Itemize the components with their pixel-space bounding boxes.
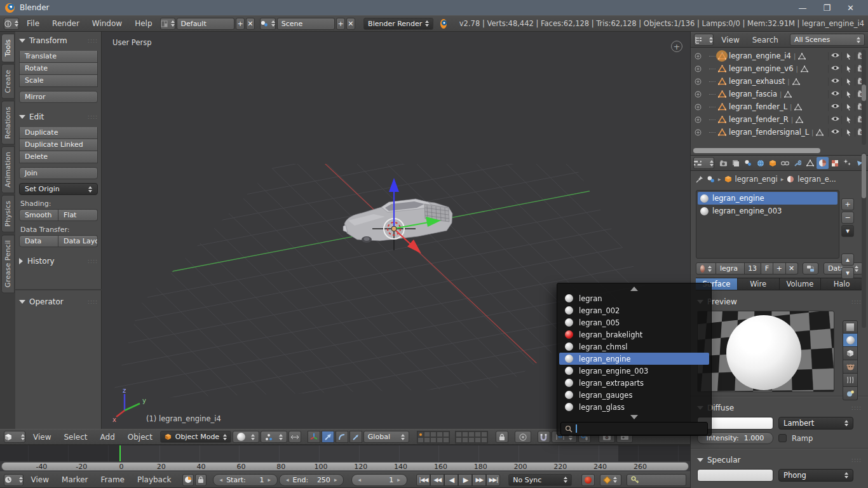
expand-icon[interactable] xyxy=(695,116,702,123)
menu-item[interactable]: File xyxy=(20,19,46,28)
manipulator-translate-toggle[interactable] xyxy=(322,431,334,443)
sync-mode-select[interactable]: No Sync xyxy=(508,474,572,486)
region-expand-icon[interactable]: + xyxy=(671,41,682,52)
browse-material-button[interactable] xyxy=(696,262,716,274)
menu-item[interactable]: Search xyxy=(746,36,785,44)
move-slot-up-button[interactable]: ▴ xyxy=(841,254,854,266)
material-popup-item[interactable]: legran_extraparts xyxy=(559,377,709,389)
frame-end-field[interactable]: ◂End: 250▸ xyxy=(279,474,344,486)
delete-layout-button[interactable]: ✕ xyxy=(246,18,255,30)
tab-particles[interactable] xyxy=(841,157,853,169)
menu-item[interactable]: Playback xyxy=(131,475,178,484)
outliner-item[interactable]: legran_fendersignal_L | xyxy=(695,126,868,139)
current-frame-field[interactable]: ◂1▸ xyxy=(351,474,407,486)
outliner-item[interactable]: legran_fender_L | xyxy=(695,100,868,113)
data-transfer-layout-button[interactable]: Data Layo xyxy=(58,235,98,247)
selectability-cursor-icon[interactable] xyxy=(841,65,855,73)
expand-icon[interactable] xyxy=(695,129,702,136)
menu-item[interactable]: Marker xyxy=(55,475,94,484)
pin-icon[interactable] xyxy=(696,175,703,183)
move-slot-down-button[interactable]: ▾ xyxy=(841,267,854,279)
restore-button[interactable]: ❐ xyxy=(823,3,831,13)
outliner-item[interactable]: legran_exhaust | xyxy=(695,75,868,88)
tab-object[interactable] xyxy=(767,157,778,169)
material-name-field[interactable]: legra xyxy=(716,262,745,274)
proportional-edit-select[interactable] xyxy=(515,431,531,443)
visibility-eye-icon[interactable] xyxy=(828,65,841,73)
ramp-checkbox[interactable] xyxy=(778,434,787,442)
current-frame-indicator[interactable] xyxy=(119,445,121,461)
layers-group-1[interactable] xyxy=(417,431,450,444)
menu-item[interactable]: Window xyxy=(86,19,128,28)
preview-hair-button[interactable] xyxy=(843,374,858,387)
expand-icon[interactable] xyxy=(695,104,702,111)
expand-icon[interactable] xyxy=(695,53,702,60)
unlink-material-button[interactable]: ✕ xyxy=(786,262,798,274)
lock-to-scene-toggle[interactable] xyxy=(496,431,508,443)
pivot-point-select[interactable] xyxy=(261,431,287,443)
transform-button[interactable]: Scale xyxy=(19,75,98,87)
tool-shelf-tab[interactable]: Grease Pencil xyxy=(1,234,15,293)
material-popup-item[interactable]: legran_engine xyxy=(559,353,709,365)
delete-scene-button[interactable]: ✕ xyxy=(346,18,355,30)
diffuse-shader-select[interactable]: Lambert xyxy=(778,417,853,430)
tab-scene[interactable] xyxy=(742,157,754,169)
add-slot-button[interactable]: + xyxy=(841,198,854,210)
history-panel-header[interactable]: History:::: xyxy=(19,255,98,268)
specular-panel-header[interactable]: Specular:::: xyxy=(691,454,868,466)
pivot-align-toggle[interactable] xyxy=(288,431,301,443)
object-name[interactable]: legran_engine_i4 xyxy=(729,51,791,60)
material-popup-item[interactable]: legran xyxy=(559,292,709,304)
data-transfer-data-button[interactable]: Data xyxy=(19,235,58,247)
edit-button[interactable]: Duplicate xyxy=(19,127,98,139)
outliner-vertical-scrollbar[interactable] xyxy=(862,50,866,145)
manipulator-axes-toggle[interactable] xyxy=(308,431,320,443)
editor-type-outliner-button[interactable] xyxy=(694,34,714,46)
transform-orientation-select[interactable]: Global xyxy=(363,431,409,443)
breadcrumb-object[interactable]: legran_engi xyxy=(735,175,778,184)
selectability-cursor-icon[interactable] xyxy=(841,128,855,137)
material-popup-item[interactable]: legran_chmsl xyxy=(559,341,709,353)
shade-smooth-button[interactable]: Smooth xyxy=(19,209,58,221)
frame-start-field[interactable]: ◂Start: 1▸ xyxy=(213,474,278,486)
new-material-button[interactable]: + xyxy=(773,262,785,274)
tab-modifiers[interactable] xyxy=(792,157,803,169)
object-name[interactable]: legran_fascia xyxy=(729,90,777,98)
editor-type-3dview-button[interactable] xyxy=(4,431,25,443)
tool-shelf-tab[interactable]: Create xyxy=(1,64,15,99)
manipulator-rotate-toggle[interactable] xyxy=(336,431,348,443)
preview-world-button[interactable] xyxy=(843,387,858,400)
outliner-item[interactable]: legran_engine_v6 | xyxy=(695,62,868,75)
tool-shelf-tab[interactable]: Physics xyxy=(1,195,15,233)
insert-keyframe-button[interactable] xyxy=(627,474,686,486)
material-popup-item[interactable]: legran_gauges xyxy=(559,389,709,401)
snap-toggle[interactable] xyxy=(538,431,550,443)
menu-item[interactable]: View xyxy=(25,475,55,484)
outliner-item[interactable]: legran_fender_R | xyxy=(695,113,868,126)
object-name[interactable]: legran_exhaust xyxy=(729,77,785,86)
selectability-cursor-icon[interactable] xyxy=(841,90,855,98)
edit-panel-header[interactable]: Edit:::: xyxy=(19,111,98,123)
editor-type-info-button[interactable] xyxy=(4,18,19,30)
menu-item[interactable]: Object xyxy=(121,433,159,442)
expand-icon[interactable] xyxy=(695,91,702,98)
breadcrumb-material[interactable]: legran_e... xyxy=(797,175,836,184)
expand-icon[interactable] xyxy=(695,78,702,85)
slot-specials-menu[interactable]: ▾ xyxy=(841,225,854,237)
mode-select[interactable]: Object Mode xyxy=(160,431,231,443)
material-users-count[interactable]: 13 xyxy=(745,262,761,274)
material-popup-item[interactable]: legran_glass xyxy=(559,401,709,413)
jump-to-end-button[interactable]: ▶▶| xyxy=(486,474,500,486)
tool-shelf-tab[interactable]: Relations xyxy=(1,101,15,145)
outliner-horizontal-scrollbar[interactable] xyxy=(693,148,820,153)
visibility-eye-icon[interactable] xyxy=(828,78,841,86)
mirror-button[interactable]: Mirror xyxy=(19,91,98,103)
next-keyframe-button[interactable]: ▶▶ xyxy=(472,474,486,486)
visibility-eye-icon[interactable] xyxy=(828,52,841,60)
minimize-button[interactable]: — xyxy=(798,3,806,13)
operator-panel-header[interactable]: Operator:::: xyxy=(19,295,98,308)
fake-user-button[interactable]: F xyxy=(761,262,774,274)
properties-vertical-scrollbar[interactable] xyxy=(862,152,866,328)
material-popup-item[interactable]: legran_engine_003 xyxy=(559,365,709,377)
visibility-eye-icon[interactable] xyxy=(828,103,841,111)
